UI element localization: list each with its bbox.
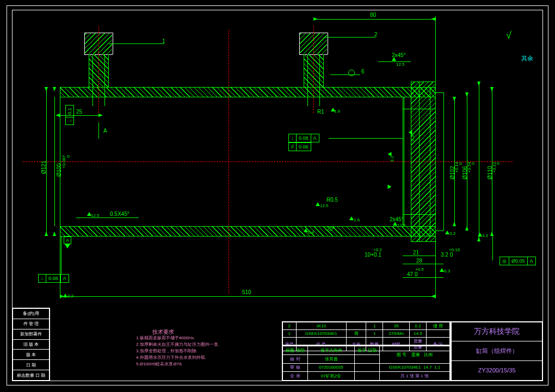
phi100-tol-l: 0 <box>66 155 71 158</box>
dim-r0_5: R0.5 <box>326 197 338 203</box>
surf-3_2-r1: 3.2 <box>449 231 455 236</box>
drawing-canvas: 80 1 2 25 2x45° 12.5 6 R1 1.6 ⟂0.08A //0… <box>0 0 555 392</box>
note-5: 5.Ø100H9处表水直Ø78. <box>136 361 183 367</box>
gdt-conc-005: ◎Ø0.05A <box>499 257 536 265</box>
datum-A-left: A <box>64 237 71 244</box>
hatch-bot <box>60 227 435 236</box>
dim-r1: R1 <box>317 109 324 115</box>
gdt-coax-008: ⟂0.08A <box>288 134 319 142</box>
leader-2: 2 <box>374 32 378 38</box>
bom-block: 2JK10 1350.2借 用 1GSEK107034E1筒 127SIMn14… <box>282 321 451 345</box>
gdt-perp-008: ⟂0.08A <box>38 274 69 283</box>
v-centerline-mid <box>229 30 229 294</box>
title-block-left: 标图 张熙签字大角件签字 日期图 号 重量 比例 核 对张其昌 审 核07201… <box>282 345 451 381</box>
section-A: A <box>103 128 107 134</box>
note-2: 2.加厚剩余火自王不施力与缸压力图外一直. <box>136 341 219 347</box>
surf-12_5-top: 12.5 <box>396 62 405 67</box>
dim-3_2: 3.2 0 <box>441 252 453 258</box>
org-name: 万方科技学院 <box>452 322 542 341</box>
dim-80: 80 <box>370 12 376 18</box>
surf-1_6-r1: 1.6 <box>334 109 340 114</box>
surf-0_4: 0.4 <box>308 230 314 235</box>
note-1: 1.纵截面走纵面不储于4000Hx. <box>136 335 195 341</box>
dim-28: 28 <box>416 258 422 264</box>
surf-1_6-20: 1.6 <box>354 217 360 222</box>
dim-21: 21 <box>413 250 419 256</box>
rest-label: 其余 <box>521 54 533 63</box>
hatch-top <box>60 88 435 97</box>
body-top-inner <box>60 97 435 97</box>
surface-mark-global: √ <box>506 30 511 41</box>
left-revision-block: 备(的)用 件 管 理 新加部署件 旧 版 本 版 本 日 期 标志数量 日 期 <box>12 308 50 381</box>
hatch-flange <box>411 82 435 241</box>
surf-12_5-rb: 12.5 <box>397 223 406 228</box>
weld-6: 6 <box>361 69 365 74</box>
surf-12_5-r: 12.5 <box>320 203 329 208</box>
note-4: 4.外圆用水压压力下外去水直到外取. <box>136 354 206 360</box>
body-bot-outer <box>60 236 435 237</box>
h-centerline <box>23 161 513 162</box>
surf-12_5-left: 12.5 <box>91 213 100 218</box>
chamfer-0_5x45: 0.5X45° <box>110 211 130 217</box>
phi102-l: 0 <box>458 163 463 165</box>
dim-80-line <box>313 19 435 20</box>
body-left <box>60 87 60 236</box>
dim-25: 25 <box>76 109 82 115</box>
gdt-left-01: ⟂0.1 <box>65 105 74 125</box>
drawing-number: ZY3200/15/35 <box>452 360 542 380</box>
surf-6_3-r: 6.3 <box>410 135 415 141</box>
title-block-right: 万方科技学院 缸筒（组焊件） ZY3200/15/35 <box>451 321 543 381</box>
dim-10: 10+0.1 <box>365 252 381 258</box>
phi106-l: 0 <box>471 163 476 165</box>
phi110-l: 0 <box>496 163 501 165</box>
dim-phi121: Ø121 <box>41 161 47 174</box>
dim-47: 47 0 <box>407 271 417 277</box>
right-end <box>435 87 436 236</box>
part-name: 缸筒（组焊件） <box>452 341 542 360</box>
surf-3_2-r2: 3.2 <box>482 233 488 238</box>
note-3: 3.加厚全部处理，外加形不削除. <box>136 348 198 354</box>
leader-1: 1 <box>162 38 165 44</box>
dim-20deg: 20° <box>326 226 335 232</box>
dim-510: 510 <box>242 289 251 295</box>
gdt-par-006: //0.06 <box>288 142 311 151</box>
